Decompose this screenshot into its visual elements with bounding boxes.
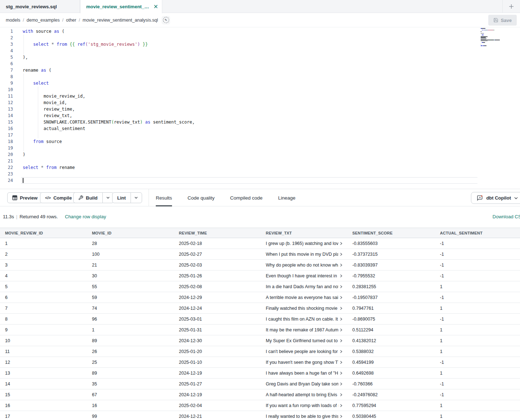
code-line: select * from {{ ref('stg_movie_reviews'…: [23, 41, 148, 48]
tab-bar-spacer: [162, 0, 502, 13]
expand-review-button[interactable]: [339, 274, 343, 278]
expand-review-button[interactable]: [339, 253, 343, 256]
indent-guide: [23, 35, 24, 41]
cell-review_time: 2025-02-03: [174, 263, 261, 268]
table-row: 16162025-02-04If you want a fun romp wit…: [0, 400, 520, 411]
cell-actual_sentiment: -1: [435, 252, 520, 257]
cell-review_time: 2024-12-21: [174, 414, 261, 419]
cell-sentiment_score: -0.7955532: [347, 273, 435, 278]
cell-sentiment_score: 0.7947761: [347, 306, 435, 311]
indent-guide: [23, 48, 24, 54]
editor-minimap[interactable]: [480, 28, 519, 51]
cell-review_time: 2025-01-27: [174, 381, 261, 387]
compile-label: Compile: [53, 195, 72, 201]
breadcrumb-other[interactable]: other: [66, 18, 76, 23]
line-number: 7: [0, 67, 13, 73]
expand-review-button[interactable]: [339, 317, 343, 321]
file-tab-stg-movie-reviews[interactable]: stg_movie_reviews.sql: [0, 0, 80, 13]
minimap-line: [484, 30, 485, 31]
build-button[interactable]: Build: [74, 193, 102, 203]
breadcrumb-models[interactable]: models: [6, 18, 20, 23]
expand-review-button[interactable]: [339, 382, 343, 386]
minimap-line: [482, 35, 484, 35]
expand-review-button[interactable]: [339, 339, 343, 343]
line-number: 22: [0, 164, 13, 171]
cell-movie_id: 100: [87, 252, 174, 257]
expand-review-button[interactable]: [339, 285, 343, 289]
line-number: 19: [0, 145, 13, 151]
table-row: 8962025-03-01I caught this film on AZN o…: [0, 314, 520, 325]
expand-review-button[interactable]: [339, 404, 343, 407]
cell-movie_review_id: 12: [0, 360, 87, 365]
expand-review-button[interactable]: [339, 242, 343, 245]
expand-review-button[interactable]: [339, 328, 343, 332]
indent-guide: [38, 93, 38, 99]
table-row: 10892024-12-30My Super Ex Girlfriend tur…: [0, 335, 520, 346]
chevron-down-icon: [106, 197, 110, 199]
code-line: from source: [23, 138, 62, 145]
indent-guide: [23, 86, 24, 93]
tab-compiled-code[interactable]: Compiled code: [230, 189, 263, 206]
review-txt-cell: My Super Ex Girlfriend turned out to b…: [261, 338, 347, 343]
cell-review_time: 2025-02-08: [174, 284, 261, 289]
download-csv-link[interactable]: Download CSV: [493, 214, 520, 219]
cell-actual_sentiment: -1: [435, 295, 520, 300]
tab-code-quality[interactable]: Code quality: [188, 189, 215, 206]
preview-label: Preview: [20, 195, 38, 201]
table-header-row: MOVIE_REVIEW_IDMOVIE_IDREVIEW_TIMEREVIEW…: [0, 228, 520, 238]
cell-sentiment_score: -0.19507837: [347, 295, 435, 300]
expand-review-button[interactable]: [339, 393, 343, 397]
cell-movie_id: 28: [87, 241, 174, 246]
dbt-copilot-button[interactable]: dbt Copilot: [471, 192, 520, 204]
toolbar-divider: [149, 189, 149, 206]
lint-dropdown-button[interactable]: [131, 193, 142, 203]
code-line: ): [23, 151, 25, 158]
expand-review-button[interactable]: [339, 263, 343, 267]
chevron-down-icon: [514, 197, 518, 199]
cell-movie_review_id: 2: [0, 252, 87, 257]
cell-review_time: 2024-12-19: [174, 371, 261, 376]
build-dropdown-button[interactable]: [102, 193, 114, 203]
breadcrumb-demo-examples[interactable]: demo_examples: [27, 18, 60, 23]
tab-results[interactable]: Results: [156, 189, 172, 206]
cell-movie_review_id: 11: [0, 349, 87, 354]
expand-review-button[interactable]: [339, 307, 343, 310]
review-txt-cell: I have always been a huge fan of "Hom…: [261, 371, 347, 376]
indent-guide: [23, 112, 24, 119]
expand-review-button[interactable]: [339, 371, 343, 375]
line-number: 20: [0, 151, 13, 158]
cell-review_time: 2025-02-27: [174, 252, 261, 257]
table-row: 11262025-01-20I can't believe people are…: [0, 346, 520, 357]
change-row-display-link[interactable]: Change row display: [65, 214, 106, 219]
table-row: 14352025-01-27Greg Davis and Bryan Daly …: [0, 379, 520, 389]
tab-lineage[interactable]: Lineage: [278, 189, 295, 206]
expand-review-button[interactable]: [339, 361, 343, 364]
cell-movie_id: 59: [87, 295, 174, 300]
save-button[interactable]: Save: [488, 15, 517, 26]
cell-actual_sentiment: 1: [435, 349, 520, 354]
review-text: Finally watched this shocking movie la…: [266, 306, 338, 311]
breadcrumb-filename: movie_review_sentiment_analysis.sql: [83, 18, 158, 23]
file-tab-movie-review-sentiment[interactable]: movie_review_sentiment_… ✕: [80, 0, 162, 13]
expand-chevron-icon: [339, 415, 343, 418]
file-tab-label: stg_movie_reviews.sql: [6, 4, 57, 9]
cell-sentiment_score: -0.83039397: [347, 263, 435, 268]
code-editor[interactable]: 123456789101112131415161718192021222324 …: [0, 27, 520, 189]
review-txt-cell: Even though I have great interest in Bi…: [261, 273, 347, 278]
cell-actual_sentiment: 1: [435, 403, 520, 408]
expand-review-button[interactable]: [339, 415, 343, 418]
expand-review-button[interactable]: [339, 350, 343, 353]
lint-button[interactable]: Lint: [113, 193, 131, 203]
new-tab-button[interactable]: [502, 0, 520, 13]
cell-sentiment_score: 0.41382012: [347, 338, 435, 343]
close-tab-icon[interactable]: ✕: [153, 3, 158, 10]
compile-button[interactable]: </> Compile: [40, 192, 77, 203]
column-header-review_time: REVIEW_TIME: [174, 231, 261, 235]
indent-guide: [23, 99, 24, 106]
expand-chevron-icon: [339, 296, 343, 299]
wrench-icon: [78, 195, 83, 200]
preview-button[interactable]: Preview: [7, 192, 43, 203]
expand-review-button[interactable]: [339, 296, 343, 299]
indent-guide: [38, 106, 38, 112]
file-tab-label: movie_review_sentiment_…: [86, 4, 149, 9]
